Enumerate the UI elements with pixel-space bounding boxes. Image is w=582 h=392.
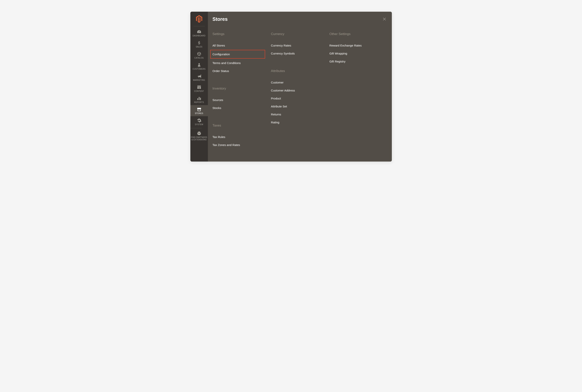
svg-rect-3: [200, 98, 201, 100]
menu-column: SettingsAll StoresConfigurationTerms and…: [212, 32, 267, 149]
storefront-icon: [197, 107, 202, 112]
megaphone-icon: [197, 74, 202, 78]
menu-link-currency-symbols[interactable]: Currency Symbols: [271, 50, 326, 58]
sidebar-item-label: REPORTS: [194, 101, 204, 104]
sidebar-item-label: SYSTEM: [195, 124, 203, 126]
sidebar-item-label: MARKETING: [193, 79, 205, 81]
menu-link-stocks[interactable]: Stocks: [212, 104, 267, 112]
panel-title: Stores: [212, 16, 384, 22]
close-button[interactable]: [382, 17, 386, 22]
svg-point-0: [198, 63, 200, 64]
sidebar-item-customers[interactable]: CUSTOMERS: [190, 61, 208, 72]
menu-column: Other SettingsReward Exchange RatesGift …: [329, 32, 384, 149]
sidebar-item-reports[interactable]: REPORTS: [190, 94, 208, 105]
box-icon: [197, 52, 202, 56]
menu-columns: SettingsAll StoresConfigurationTerms and…: [212, 32, 384, 149]
sidebar-item-label: DASHBOARD: [192, 35, 205, 37]
stores-flyout-panel: Stores SettingsAll StoresConfigurationTe…: [208, 12, 392, 162]
menu-link-product[interactable]: Product: [271, 94, 326, 102]
menu-link-returns[interactable]: Returns: [271, 110, 326, 118]
sidebar-item-label: CATALOG: [194, 57, 204, 59]
bars-icon: [197, 96, 202, 101]
sidebar-item-label: CUSTOMERS: [192, 68, 205, 70]
sidebar-item-sales[interactable]: SALES: [190, 38, 208, 50]
group-heading: Other Settings: [329, 32, 384, 36]
sidebar-item-content[interactable]: CONTENT: [190, 83, 208, 94]
sidebar-item-label: STORES: [195, 112, 203, 115]
menu-link-sources[interactable]: Sources: [212, 96, 267, 104]
group-heading: Settings: [212, 32, 267, 36]
menu-link-gift-registry[interactable]: Gift Registry: [329, 58, 384, 66]
menu-link-customer[interactable]: Customer: [271, 78, 326, 86]
group-heading: Taxes: [212, 124, 267, 128]
divider-icon: [190, 128, 202, 128]
menu-link-tax-zones-and-rates[interactable]: Tax Zones and Rates: [212, 141, 267, 149]
menu-link-terms-and-conditions[interactable]: Terms and Conditions: [212, 59, 267, 67]
gear-icon: [197, 118, 202, 123]
menu-link-all-stores[interactable]: All Stores: [212, 42, 267, 50]
sidebar-item-dashboard[interactable]: DASHBOARD: [190, 28, 208, 38]
sidebar-item-stores[interactable]: STORES: [190, 105, 208, 116]
menu-link-currency-rates[interactable]: Currency Rates: [271, 42, 326, 50]
menu-link-tax-rules[interactable]: Tax Rules: [212, 133, 267, 141]
sidebar-item-label: SALES: [196, 46, 202, 48]
svg-rect-2: [199, 97, 200, 100]
group-heading: Inventory: [212, 86, 267, 90]
gauge-icon: [197, 30, 202, 34]
svg-rect-1: [197, 98, 198, 100]
sidebar-item-label: CONTENT: [194, 90, 204, 92]
admin-window: DASHBOARDSALESCATALOGCUSTOMERSMARKETINGC…: [190, 12, 392, 162]
layout-icon: [197, 85, 202, 90]
group-heading: Attributes: [271, 69, 326, 73]
cube-icon: [197, 131, 202, 136]
menu-link-reward-exchange-rates[interactable]: Reward Exchange Rates: [329, 42, 384, 50]
person-icon: [197, 63, 202, 67]
menu-link-order-status[interactable]: Order Status: [212, 67, 267, 75]
menu-link-attribute-set[interactable]: Attribute Set: [271, 102, 326, 110]
menu-column: CurrencyCurrency RatesCurrency SymbolsAt…: [271, 32, 326, 149]
menu-link-customer-address[interactable]: Customer Address: [271, 86, 326, 94]
close-icon: [382, 18, 386, 22]
sidebar-item-system[interactable]: SYSTEM: [190, 116, 208, 127]
menu-link-gift-wrapping[interactable]: Gift Wrapping: [329, 50, 384, 58]
menu-link-rating[interactable]: Rating: [271, 118, 326, 126]
magento-logo[interactable]: [196, 15, 203, 23]
sidebar-item-catalog[interactable]: CATALOG: [190, 50, 208, 61]
group-heading: Currency: [271, 32, 326, 36]
sidebar-item-marketing[interactable]: MARKETING: [190, 72, 208, 83]
dollar-icon: [197, 40, 202, 45]
menu-link-configuration[interactable]: Configuration: [210, 50, 265, 58]
divider-icon: [194, 26, 205, 26]
sidebar-item-partners[interactable]: FIND PARTNERS & EXTENSIONS: [190, 129, 208, 142]
sidebar: DASHBOARDSALESCATALOGCUSTOMERSMARKETINGC…: [190, 12, 208, 162]
sidebar-item-label: FIND PARTNERS & EXTENSIONS: [191, 136, 208, 141]
